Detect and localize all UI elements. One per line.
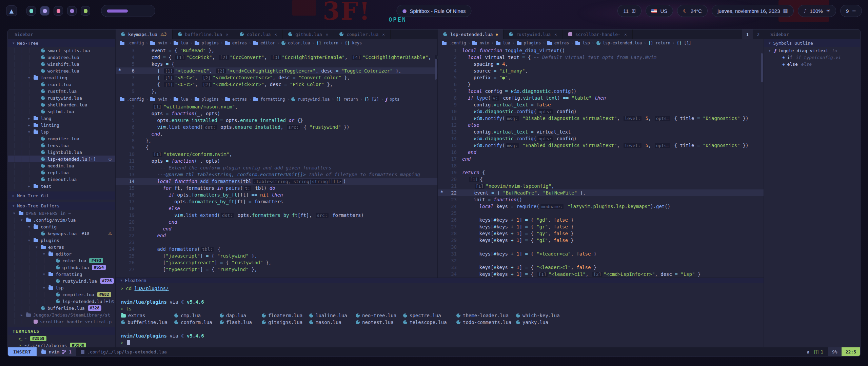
keyboard-layout-widget[interactable]: US: [646, 5, 673, 17]
tree-item[interactable]: │││▾extras: [8, 244, 115, 250]
code-line[interactable]: *6 { [1]"<leader>uC", [2]"<cmd>CccHighli…: [116, 67, 437, 74]
outline-title-bar[interactable]: ▾ Symbols Outline: [764, 39, 860, 47]
outline-item-if[interactable]: ◈ifif type(config.vi: [764, 54, 860, 61]
tab-lsp-extended.lua[interactable]: lsp-extended.lua●: [438, 29, 504, 39]
code-line[interactable]: 24 local keys = require(modname: "lazyvi…: [438, 203, 764, 210]
code-line[interactable]: 26 keys[#keys + 1] = { "gd", false }: [438, 217, 764, 223]
close-icon[interactable]: ×: [382, 32, 385, 37]
code-line[interactable]: 22 end: [116, 232, 437, 239]
code-line[interactable]: 7 end,: [116, 130, 437, 137]
tree-item[interactable]: │││ bufferline.lua#328: [8, 305, 115, 311]
tree-item[interactable]: │││ neodim.lua: [8, 162, 115, 169]
code-line[interactable]: 5 opts.ensure_installed = opts.ensure_in…: [116, 117, 437, 124]
tree-item[interactable]: │││ isort.lua: [8, 81, 115, 88]
tree-item[interactable]: ▾OPEN BUFFERS in ~: [8, 210, 115, 217]
code-line[interactable]: 14 vim.diagnostic.config(opts: config): [438, 135, 764, 142]
tree-item[interactable]: >_~/.c/n/l/plugins#3980: [8, 342, 115, 347]
code-line[interactable]: 8 if type(v: config.virtual_text) == "ta…: [438, 95, 764, 101]
editor-pane-lsp-extended-lua[interactable]: .config›nvim›lua›plugins›extras›lsp›lsp-…: [438, 39, 764, 278]
workspace-icon-4[interactable]: [67, 6, 77, 16]
tree-item[interactable]: │││ rustywind.lua: [8, 95, 115, 101]
code-line[interactable]: 20 end: [116, 219, 437, 225]
outline-item-toggle_diag_virtext[interactable]: ▾ƒtoggle_diag_virtextfu: [764, 47, 860, 54]
code-line[interactable]: 33 keys[#keys + 1] = { "<leader>cl", fal…: [438, 264, 764, 271]
tree-item[interactable]: │││││ github.lua#654: [8, 264, 115, 271]
code-line[interactable]: 7 local config = vim.diagnostic.config(): [438, 88, 764, 95]
tab-color.lua[interactable]: color.lua×: [234, 29, 283, 39]
editor-pane-rustywind-lua[interactable]: .config›nvim›lua›plugins›extras›formatti…: [116, 95, 437, 278]
close-icon[interactable]: ×: [624, 32, 627, 37]
tree-item[interactable]: ││││▾lsp: [8, 284, 115, 291]
code-line[interactable]: 6 }: [438, 81, 764, 88]
tree-item[interactable]: │││ smart-splits.lua: [8, 47, 115, 54]
tree-item[interactable]: │││││ compiler.lua#682: [8, 291, 115, 298]
tree-item[interactable]: ││ scrollbar-handle-vertical.p: [8, 318, 115, 325]
tree-item[interactable]: │││ lsp-extended.lu[+]⊙: [8, 156, 115, 162]
tree-item[interactable]: │││ undotree.lua: [8, 54, 115, 61]
code-line[interactable]: 32: [438, 257, 764, 264]
close-icon[interactable]: ×: [274, 32, 277, 37]
tree-item[interactable]: ││▸linting: [8, 122, 115, 128]
code-line[interactable]: 25 ["javascript"] = { "rustywind" },: [116, 252, 437, 259]
code-line[interactable]: 3 spacing = 4,: [438, 61, 764, 67]
tree-item[interactable]: ││▾formatting: [8, 74, 115, 81]
code-line[interactable]: 2 local virtual_text = { -- Default virt…: [438, 54, 764, 61]
tree-item[interactable]: ││▾config: [8, 223, 115, 230]
tree-item[interactable]: │││ compiler.lua: [8, 135, 115, 142]
tree-item[interactable]: │││ lightbulb.lua: [8, 149, 115, 156]
tree-item[interactable]: │││ rustfmt.lua: [8, 88, 115, 95]
volume-widget[interactable]: ♪ 100% ☀: [798, 5, 836, 17]
code-line[interactable]: 24 add_formatters(tbl: {: [116, 246, 437, 252]
code-line[interactable]: 9 {: [116, 144, 437, 151]
tree-item[interactable]: ││▾plugins: [8, 237, 115, 244]
code-line[interactable]: *22 event = { "BufReadPre", "BufNewFile"…: [438, 189, 764, 196]
search-input[interactable]: [101, 5, 155, 17]
outline-item-else[interactable]: ◈elseelse: [764, 61, 860, 67]
tree-item[interactable]: │││ worktree.lua: [8, 67, 115, 74]
code-line[interactable]: 18: [438, 162, 764, 169]
code-line[interactable]: 17 opts.formatters_by_ft[ft] = formatter…: [116, 198, 437, 205]
section-neotree-buffers[interactable]: ▾ Neo-Tree Buffers: [8, 202, 115, 210]
tabpage-1[interactable]: 1: [742, 29, 753, 39]
tabpage-2[interactable]: 2: [753, 29, 764, 39]
code-line[interactable]: 27 keys[#keys + 1] = { "gr", false }: [438, 223, 764, 230]
tree-item[interactable]: │││ keymaps.lua#10⚠: [8, 230, 115, 237]
code-line[interactable]: 3 event = { "BufRead" },: [116, 47, 437, 54]
code-line[interactable]: 4 source = "if_many",: [438, 67, 764, 74]
code-line[interactable]: 16 if opts.formatters_by_ft[ft] == nil t…: [116, 191, 437, 198]
code-line[interactable]: 15 for ft, formatters in pairs(t: tbl) d…: [116, 185, 437, 191]
code-line[interactable]: 17end: [438, 156, 764, 162]
tree-item[interactable]: │▸Juegos/Indies/SteamLibrary/st: [8, 311, 115, 318]
code-line[interactable]: 15 vim.notify(msg: "Enabled diagnostics …: [438, 142, 764, 149]
scrollbar-handle[interactable]: [761, 53, 763, 82]
workspace-icon-1[interactable]: [26, 6, 36, 16]
tree-item[interactable]: │││ winshift.lua: [8, 61, 115, 67]
code-line[interactable]: 30: [438, 244, 764, 250]
code-line[interactable]: 13 ---@param tbl table<string, conform.F…: [116, 171, 437, 178]
code-line[interactable]: 10 vim.diagnostic.config(opts: config): [438, 108, 764, 115]
code-line[interactable]: 8 },: [116, 137, 437, 144]
tree-item[interactable]: │││││ color.lua#493: [8, 257, 115, 264]
tree-item[interactable]: ││││▾editor: [8, 250, 115, 257]
code-line[interactable]: 16 end: [438, 149, 764, 156]
code-line[interactable]: 19 vim.list_extend(dst: opts.formatters_…: [116, 212, 437, 219]
tab-scrollbar-handle-[interactable]: scrollbar-handle-×: [563, 29, 633, 39]
close-icon[interactable]: ×: [326, 32, 328, 37]
code-line[interactable]: 9 },: [116, 88, 437, 95]
code-line[interactable]: 9 config.virtual_text = false: [438, 101, 764, 108]
code-line[interactable]: 11 vim.notify(msg: "Disable diagnostics …: [438, 115, 764, 122]
tree-item[interactable]: >_~#2859: [8, 335, 115, 342]
section-terminals[interactable]: TERMINALS: [8, 327, 115, 335]
code-line[interactable]: 18 else: [116, 205, 437, 212]
workspace-icon-2[interactable]: [40, 6, 50, 16]
tree-item[interactable]: │││││ lsp-extended.lu [+]⊙: [8, 298, 115, 305]
workspace-number-widget[interactable]: 9 ≡: [840, 5, 862, 17]
code-line[interactable]: 3 [1]"williamboman/mason.nvim",: [116, 103, 437, 110]
close-icon[interactable]: ×: [554, 32, 557, 37]
code-line[interactable]: 11 opts = function(_, opts): [116, 158, 437, 164]
floaterm-title-bar[interactable]: ▾ Floaterm: [116, 278, 764, 283]
code-line[interactable]: 4 opts = function(_, opts): [116, 110, 437, 117]
code-line[interactable]: 25: [438, 210, 764, 217]
launcher-button[interactable]: ▲: [6, 5, 17, 16]
tree-item[interactable]: ││▸lang: [8, 115, 115, 122]
